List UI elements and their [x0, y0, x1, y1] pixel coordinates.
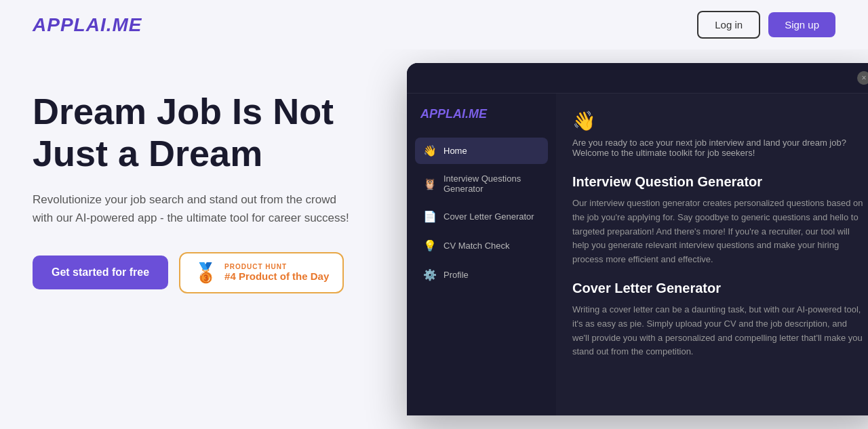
cover-letter-icon: 📄 [423, 210, 437, 223]
header-buttons: Log in Sign up [697, 11, 835, 39]
close-button[interactable]: × [857, 71, 868, 85]
product-hunt-badge[interactable]: 🥉 PRODUCT HUNT #4 Product of the Day [179, 252, 344, 293]
sidebar-nav: 👋 Home 🦉 Interview Questions Generator 📄… [415, 138, 548, 288]
hero-section: Dream Job Is Not Just a Dream Revolution… [33, 77, 412, 293]
home-icon: 👋 [423, 144, 437, 157]
hero-title: Dream Job Is Not Just a Dream [33, 90, 412, 174]
product-hunt-text: PRODUCT HUNT #4 Product of the Day [224, 263, 329, 282]
app-preview: × APPLAI.ME 👋 Home 🦉 Interview Questions… [407, 63, 868, 415]
product-hunt-medal: 🥉 [194, 262, 218, 284]
sidebar-item-cover-letter[interactable]: 📄 Cover Letter Generator [415, 203, 548, 230]
app-preview-logo: APPLAI.ME [415, 107, 548, 121]
app-main-content: 👋 Are you ready to ace your next job int… [556, 94, 868, 415]
greeting-emoji: 👋 [572, 110, 865, 132]
sidebar-item-interview-label: Interview Questions Generator [443, 173, 540, 194]
app-body: APPLAI.ME 👋 Home 🦉 Interview Questions G… [407, 94, 868, 415]
section2-title: Cover Letter Generator [572, 281, 865, 296]
section2-desc: Writing a cover letter can be a daunting… [572, 303, 865, 359]
sidebar-item-home[interactable]: 👋 Home [415, 138, 548, 164]
section1-desc: Our interview question generator creates… [572, 197, 865, 267]
profile-icon: ⚙️ [423, 268, 437, 281]
product-hunt-rank: #4 Product of the Day [224, 270, 329, 282]
welcome-text: Are you ready to ace your next job inter… [572, 138, 865, 158]
cta-row: Get started for free 🥉 PRODUCT HUNT #4 P… [33, 252, 412, 293]
section1-title: Interview Question Generator [572, 174, 865, 190]
header: APPLAI.ME Log in Sign up [0, 0, 868, 49]
sidebar-item-cover-letter-label: Cover Letter Generator [443, 211, 534, 222]
sidebar-item-interview[interactable]: 🦉 Interview Questions Generator [415, 167, 548, 201]
sidebar-item-home-label: Home [443, 146, 467, 156]
logo: APPLAI.ME [33, 14, 142, 36]
sidebar-item-profile[interactable]: ⚙️ Profile [415, 262, 548, 288]
get-started-button[interactable]: Get started for free [33, 256, 168, 289]
sidebar-item-cv-match[interactable]: 💡 CV Match Check [415, 232, 548, 259]
main-content: Dream Job Is Not Just a Dream Revolution… [0, 49, 868, 429]
hero-description: Revolutionize your job search and stand … [33, 190, 358, 227]
interview-icon: 🦉 [423, 178, 437, 190]
app-titlebar: × [407, 63, 868, 94]
login-button[interactable]: Log in [697, 11, 760, 39]
sidebar-item-cv-match-label: CV Match Check [443, 241, 510, 251]
cv-match-icon: 💡 [423, 239, 437, 252]
app-sidebar: APPLAI.ME 👋 Home 🦉 Interview Questions G… [407, 94, 556, 415]
sidebar-item-profile-label: Profile [443, 270, 469, 280]
product-hunt-label: PRODUCT HUNT [224, 263, 329, 270]
signup-button[interactable]: Sign up [768, 12, 835, 37]
